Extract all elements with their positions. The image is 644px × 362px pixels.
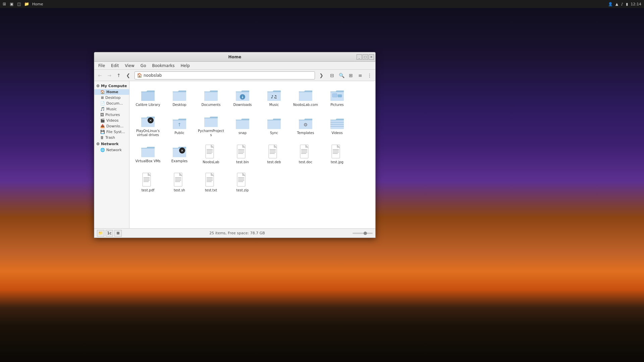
icon-view-button[interactable]: ⊞ xyxy=(346,71,355,80)
svg-rect-7 xyxy=(299,92,312,101)
file-test-pdf[interactable]: test.pdf xyxy=(133,169,163,196)
menu-edit[interactable]: Edit xyxy=(108,63,121,69)
sidebar-item-downloads[interactable]: 📥 Downlo... xyxy=(94,123,129,129)
file-noobslab-com[interactable]: NoobsLab.com xyxy=(290,84,321,111)
forward-button[interactable]: → xyxy=(105,71,114,80)
file-test-doc[interactable]: test.doc xyxy=(290,141,321,168)
window-titlebar: Home _ □ ✕ xyxy=(94,52,375,62)
sidebar-item-trash[interactable]: 🗑 Trash xyxy=(94,135,129,140)
file-manager-window: Home _ □ ✕ File Edit View Go Bookmarks H… xyxy=(94,52,376,238)
folder-playonlinux-icon: ✕ xyxy=(141,115,155,128)
sidebar-item-pictures[interactable]: 🖼 Pictures xyxy=(94,112,129,118)
network-section-label: Network xyxy=(101,142,118,146)
filesystem-sidebar-icon: 💾 xyxy=(100,130,105,134)
files-icon[interactable]: ◫ xyxy=(16,1,22,7)
minimize-button[interactable]: _ xyxy=(357,54,362,60)
file-test-bin[interactable]: test.bin xyxy=(227,141,258,168)
window-title: Home xyxy=(228,55,241,59)
menu-file[interactable]: File xyxy=(96,63,108,69)
file-examples[interactable]: ✕ Examples xyxy=(164,141,195,168)
window-controls: _ □ ✕ xyxy=(357,54,374,60)
terminal-icon[interactable]: ▣ xyxy=(9,1,15,7)
public-label: Public xyxy=(174,131,184,135)
sidebar-downloads-label: Downlo... xyxy=(106,124,123,128)
file-test-jpg[interactable]: test.jpg xyxy=(322,141,352,168)
network-section[interactable]: ⊙ Network xyxy=(94,140,129,147)
statusbar-btn-2[interactable]: 1c xyxy=(106,230,113,237)
file-pycharmprojects[interactable]: PycharmProjects xyxy=(196,113,226,139)
toggle-sidebar-button[interactable]: ⊟ xyxy=(328,71,336,80)
examples-label: Examples xyxy=(171,159,188,163)
back-button[interactable]: ← xyxy=(96,71,104,80)
sidebar-item-home[interactable]: 🏠 Home xyxy=(94,89,129,95)
list-view-button[interactable]: ≡ xyxy=(356,71,365,80)
apps-icon[interactable]: ⊞ xyxy=(1,1,7,7)
slider-track[interactable] xyxy=(353,233,373,234)
file-test-deb[interactable]: test.deb xyxy=(259,141,289,168)
svg-text:⚙: ⚙ xyxy=(304,122,308,127)
menu-help[interactable]: Help xyxy=(178,63,193,69)
svg-rect-16 xyxy=(204,118,218,127)
sidebar-item-videos[interactable]: 🎬 Videos xyxy=(94,118,129,123)
test-zip-label: test.zip xyxy=(236,188,249,192)
menu-bookmarks[interactable]: Bookmarks xyxy=(149,63,177,69)
nav-back-button[interactable]: ❮ xyxy=(124,71,132,80)
folder-calibre-icon xyxy=(141,89,155,102)
file-test-zip[interactable]: test.zip xyxy=(227,169,258,196)
sidebar-item-desktop[interactable]: 🖥 Desktop xyxy=(94,95,129,101)
folder-public-icon: ↑ xyxy=(172,117,187,130)
file-templates[interactable]: ⚙ Templates xyxy=(290,113,321,139)
taskbar: ⊞ ▣ ◫ 📁 Home 👤 ▲ ♪ ▮ 12:14 xyxy=(0,0,644,8)
svg-rect-1 xyxy=(204,92,218,101)
noobslab-label: NoobsLab xyxy=(203,160,219,164)
close-button[interactable]: ✕ xyxy=(369,54,374,60)
file-calibre-library[interactable]: Calibre Library xyxy=(133,84,163,111)
sidebar-item-music[interactable]: 🎵 Music xyxy=(94,106,129,112)
compact-view-button[interactable]: ⋮ xyxy=(365,71,374,80)
sidebar-item-filesystem[interactable]: 💾 File Syst... xyxy=(94,129,129,135)
pycharmprojects-label: PycharmProjects xyxy=(197,129,225,137)
slider-thumb[interactable] xyxy=(364,232,367,235)
menu-view[interactable]: View xyxy=(122,63,137,69)
statusbar-btn-3[interactable]: ⊞ xyxy=(114,230,122,237)
maximize-button[interactable]: □ xyxy=(363,54,368,60)
file-public[interactable]: ↑ Public xyxy=(164,113,195,139)
file-snap[interactable]: snap xyxy=(227,113,258,139)
sidebar-item-network[interactable]: 🌐 Network xyxy=(94,147,129,153)
folder-virtualbox-icon xyxy=(141,145,155,158)
search-button[interactable]: 🔍 xyxy=(337,71,346,80)
file-test-sh[interactable]: test.sh xyxy=(164,169,195,196)
my-compute-section[interactable]: ⊙ My Compute xyxy=(94,82,129,89)
home-sidebar-icon: 🏠 xyxy=(100,90,105,94)
sidebar-item-documents[interactable]: 📄 Docum... xyxy=(94,101,129,106)
zoom-slider[interactable] xyxy=(353,233,373,234)
menubar: File Edit View Go Bookmarks Help xyxy=(94,62,375,70)
svg-text:✕: ✕ xyxy=(181,149,183,153)
file-desktop[interactable]: Desktop xyxy=(164,84,195,111)
file-videos[interactable]: Videos xyxy=(322,113,352,139)
playonlinux-label: PlayOnLinux's virtual drives xyxy=(134,129,162,137)
nav-forward-button[interactable]: ❯ xyxy=(317,71,326,80)
file-downloads[interactable]: ↓ Downloads xyxy=(227,84,258,111)
folder-downloads-icon: ↓ xyxy=(235,89,250,102)
file-playonlinux[interactable]: ✕ PlayOnLinux's virtual drives xyxy=(133,113,163,139)
statusbar-btn-1[interactable]: 📁 xyxy=(97,230,104,237)
file-pictures[interactable]: Pictures xyxy=(322,84,352,111)
file-sync[interactable]: Sync xyxy=(259,113,289,139)
sidebar-trash-label: Trash xyxy=(105,135,115,140)
music-label: Music xyxy=(269,103,279,107)
folder-taskbar-icon[interactable]: 📁 xyxy=(23,1,30,7)
snap-label: snap xyxy=(238,131,247,135)
file-noobslab[interactable]: NoobsLab xyxy=(196,141,226,168)
file-music[interactable]: ♪♫ Music xyxy=(259,84,289,111)
file-test-txt[interactable]: test.txt xyxy=(196,169,226,196)
file-area: Calibre Library Desktop Documents ↓ Down… xyxy=(129,81,375,228)
menu-go[interactable]: Go xyxy=(138,63,149,69)
file-documents[interactable]: Documents xyxy=(196,84,226,111)
up-button[interactable]: ↑ xyxy=(114,71,123,80)
svg-rect-25 xyxy=(141,148,155,157)
statusbar-view-buttons: 📁 1c ⊞ xyxy=(97,230,122,237)
address-bar[interactable]: 🏠 noobslab xyxy=(135,71,315,79)
file-noobslab-icon xyxy=(205,144,217,159)
file-virtualbox-vms[interactable]: VirtualBox VMs xyxy=(133,141,163,168)
